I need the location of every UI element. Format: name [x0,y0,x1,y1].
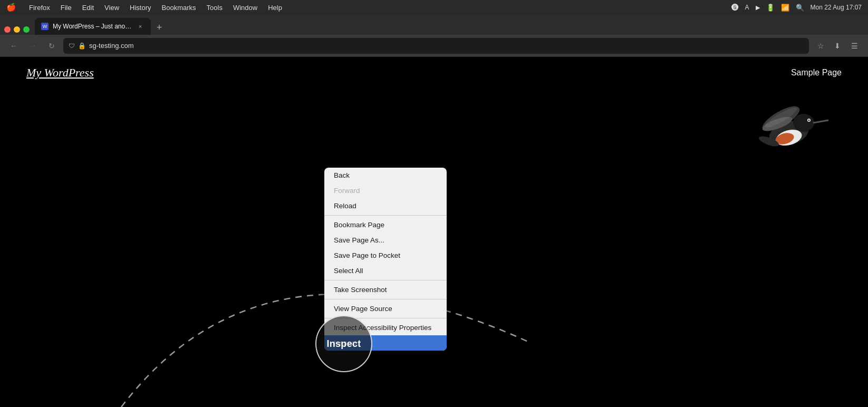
address-bar[interactable]: 🛡 🔒 sg-testing.com [63,38,809,54]
menubar-firefox[interactable]: Firefox [29,4,50,12]
svg-line-4 [813,120,828,123]
magnifier-circle: Inspect [315,315,372,372]
new-tab-button[interactable]: + [152,20,167,35]
context-menu-item-select-all[interactable]: Select All [324,263,447,278]
menubar: 🍎 Firefox File Edit View History Bookmar… [0,0,868,15]
active-tab[interactable]: W My WordPress – Just another W... × [35,18,151,35]
context-menu-divider-3 [324,299,447,299]
menubar-help[interactable]: Help [268,4,282,12]
svg-point-6 [808,120,810,121]
svg-point-3 [793,114,814,132]
context-menu-item-forward: Forward [324,183,447,198]
apple-menu-icon[interactable]: 🍎 [6,3,16,12]
datetime-display: Mon 22 Aug 17:07 [811,4,862,11]
close-window-button[interactable] [4,26,11,33]
menubar-window[interactable]: Window [233,4,257,12]
nav-bar: ← → ↻ 🛡 🔒 sg-testing.com ☆ ⬇ ☰ [0,35,868,57]
context-menu-divider-1 [324,215,447,216]
lock-icon: 🔒 [78,42,86,50]
context-menu-item-back[interactable]: Back [324,168,447,183]
tab-close-button[interactable]: × [136,22,144,31]
tab-bar: W My WordPress – Just another W... × + [0,15,868,35]
wp-header: My WordPress Sample Page [0,57,868,89]
battery-icon: 🔋 [766,4,775,12]
wifi-icon: 📶 [781,4,789,12]
bookmark-star-icon[interactable]: ☆ [813,38,828,53]
menubar-right: 🅖 A ▶ 🔋 📶 🔍 Mon 22 Aug 17:07 [731,3,862,12]
magnifier-label: Inspect [326,338,361,350]
context-menu-item-view-source[interactable]: View Page Source [324,301,447,316]
search-icon[interactable]: 🔍 [796,4,804,12]
menubar-edit[interactable]: Edit [82,4,94,12]
sample-page-link[interactable]: Sample Page [791,68,842,77]
menu-button[interactable]: ☰ [847,38,862,53]
play-icon: ▶ [756,4,760,11]
context-menu-item-bookmark[interactable]: Bookmark Page [324,217,447,232]
capslock-icon: A [745,4,749,11]
back-button[interactable]: ← [6,38,21,53]
menubar-tools[interactable]: Tools [207,4,223,12]
context-menu-item-save-as[interactable]: Save Page As... [324,232,447,248]
tab-favicon: W [41,23,49,30]
security-icon: 🛡 [69,42,75,50]
context-menu-divider-2 [324,280,447,280]
grammarly-icon: 🅖 [731,3,739,12]
reload-button[interactable]: ↻ [44,38,59,53]
forward-button[interactable]: → [25,38,40,53]
pocket-icon[interactable]: ⬇ [830,38,845,53]
menubar-view[interactable]: View [104,4,119,12]
context-menu-item-screenshot[interactable]: Take Screenshot [324,282,447,297]
page-content: My WordPress Sample Page Back Forward Re… [0,57,868,407]
tab-title: My WordPress – Just another W... [53,23,132,30]
minimize-window-button[interactable] [14,26,20,33]
menubar-file[interactable]: File [61,4,72,12]
menubar-history[interactable]: History [130,4,151,12]
context-menu-item-reload[interactable]: Reload [324,198,447,214]
maximize-window-button[interactable] [23,26,30,33]
hummingbird-illustration [741,86,836,170]
url-text[interactable]: sg-testing.com [89,42,804,50]
context-menu-item-pocket[interactable]: Save Page to Pocket [324,248,447,263]
site-title[interactable]: My WordPress [26,66,94,80]
menubar-bookmarks[interactable]: Bookmarks [162,4,196,12]
